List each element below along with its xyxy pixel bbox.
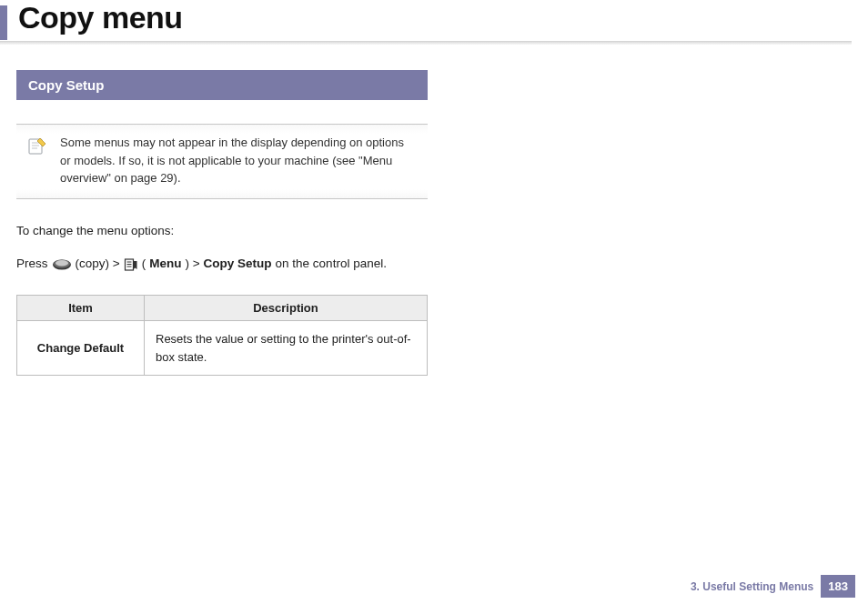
press-instruction: Press (copy) > (Menu) > Copy S [16, 254, 428, 275]
cell-desc: Resets the value or setting to the print… [145, 321, 428, 376]
content-column: Copy Setup Some menus may not appear in … [0, 45, 428, 376]
footer-chapter: 3. Useful Setting Menus [691, 580, 813, 593]
page-footer: 3. Useful Setting Menus 183 [691, 575, 855, 598]
menu-paren-close: ) > [185, 254, 199, 275]
note-text: Some menus may not appear in the display… [60, 134, 415, 187]
section-header: Copy Setup [16, 70, 428, 100]
table-row: Change Default Resets the value or setti… [17, 321, 428, 376]
menu-paren-open: ( [142, 254, 146, 275]
copy-setup-bold: Copy Setup [204, 254, 272, 275]
document-page: Copy menu Copy Setup Some menus may not … [0, 0, 868, 614]
title-accent-bar [0, 5, 7, 40]
press-word: Press [16, 254, 48, 275]
title-area: Copy menu [0, 0, 852, 39]
options-table: Item Description Change Default Resets t… [16, 295, 428, 376]
col-header-desc: Description [145, 296, 428, 321]
menu-icon [124, 257, 138, 272]
menu-bold: Menu [149, 254, 181, 275]
col-header-item: Item [17, 296, 145, 321]
svg-point-7 [56, 260, 68, 266]
note-box: Some menus may not appear in the display… [16, 124, 428, 199]
copy-icon [52, 258, 72, 271]
copy-label: (copy) > [76, 254, 120, 275]
footer-page-number: 183 [821, 575, 855, 598]
cell-item: Change Default [17, 321, 145, 376]
press-tail: on the control panel. [276, 254, 387, 275]
intro-text: To change the menu options: [16, 221, 428, 242]
table-header-row: Item Description [17, 296, 428, 321]
page-title: Copy menu [16, 0, 852, 35]
note-icon [25, 134, 49, 157]
